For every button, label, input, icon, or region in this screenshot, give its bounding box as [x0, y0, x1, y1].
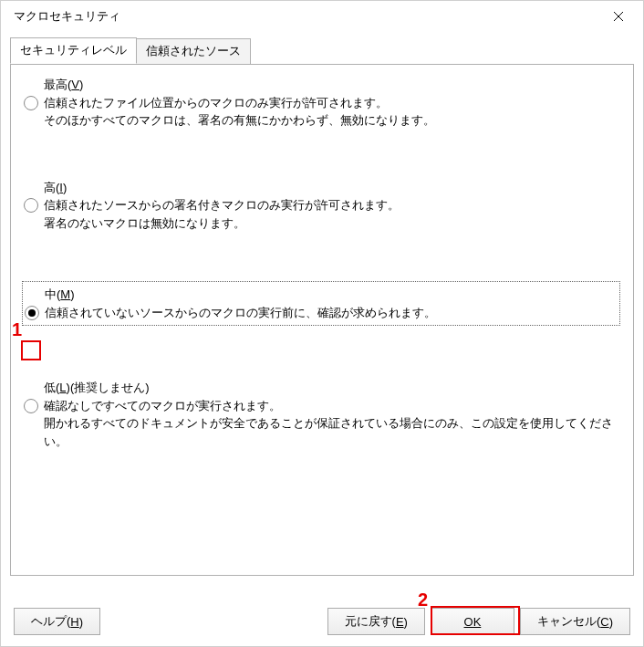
- radio-high[interactable]: [24, 198, 38, 213]
- tab-security-level[interactable]: セキュリティレベル: [10, 37, 137, 64]
- close-button[interactable]: [603, 5, 634, 28]
- option-desc-line2: 署名のないマクロは無効になります。: [44, 214, 400, 233]
- ok-button[interactable]: OK: [431, 608, 514, 635]
- radio-option-low[interactable]: 低(L)(推奨しません) 確認なしですべてのマクロが実行されます。 開かれるすべ…: [24, 379, 620, 450]
- option-desc-line2: 開かれるすべてのドキュメントが安全であることが保証されている場合にのみ、この設定…: [44, 414, 620, 450]
- tab-bar: セキュリティレベル 信頼されたソース: [10, 37, 634, 65]
- radio-medium[interactable]: [25, 306, 39, 320]
- option-desc-line1: 信頼されたファイル位置からのマクロのみ実行が許可されます。: [44, 94, 435, 112]
- option-desc-line1: 確認なしですべてのマクロが実行されます。: [44, 397, 620, 415]
- radio-low[interactable]: [24, 399, 38, 413]
- help-button[interactable]: ヘルプ(H): [14, 608, 100, 635]
- radio-very-high[interactable]: [24, 96, 38, 110]
- option-heading: 最高(V): [44, 76, 83, 94]
- option-desc-line2: そのほかすべてのマクロは、署名の有無にかかわらず、無効になります。: [44, 111, 435, 130]
- tabs-container: セキュリティレベル 信頼されたソース 最高(V) 信頼されたファイル位置からのマ…: [1, 32, 643, 576]
- option-heading: 低(L)(推奨しません): [44, 379, 150, 397]
- radio-option-high[interactable]: 高(I) 信頼されたソースからの署名付きマクロのみ実行が許可されます。 署名のな…: [24, 179, 620, 233]
- titlebar: マクロセキュリティ: [1, 1, 643, 32]
- option-desc-line1: 信頼されたソースからの署名付きマクロのみ実行が許可されます。: [44, 196, 400, 214]
- option-desc-line1: 信頼されていないソースからのマクロの実行前に、確認が求められます。: [45, 304, 436, 322]
- tab-trusted-sources[interactable]: 信頼されたソース: [136, 38, 251, 65]
- reset-button[interactable]: 元に戻す(E): [327, 608, 425, 635]
- window-title: マクロセキュリティ: [14, 8, 120, 25]
- option-heading: 高(I): [44, 179, 67, 197]
- cancel-button[interactable]: キャンセル(C): [520, 608, 630, 635]
- radio-option-very-high[interactable]: 最高(V) 信頼されたファイル位置からのマクロのみ実行が許可されます。 そのほか…: [24, 76, 620, 130]
- tab-panel-security-level: 最高(V) 信頼されたファイル位置からのマクロのみ実行が許可されます。 そのほか…: [10, 65, 634, 576]
- radio-option-medium[interactable]: 中(M) 信頼されていないソースからのマクロの実行前に、確認が求められます。: [24, 281, 620, 326]
- button-bar: ヘルプ(H) 元に戻す(E) OK キャンセル(C): [14, 608, 630, 635]
- option-heading: 中(M): [45, 286, 75, 304]
- close-icon: [613, 11, 624, 22]
- annotation-1: 1: [12, 319, 22, 340]
- annotation-2: 2: [418, 590, 428, 610]
